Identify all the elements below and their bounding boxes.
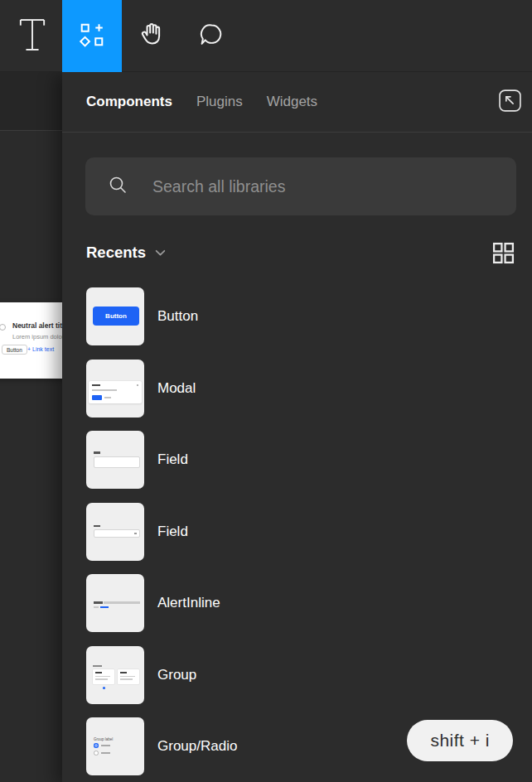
- list-item-modal[interactable]: Modal: [62, 353, 532, 425]
- component-label: Field: [157, 451, 188, 468]
- tab-plugins[interactable]: Plugins: [196, 94, 243, 110]
- alert-link: + Link text: [27, 346, 54, 352]
- list-item-field-2[interactable]: Field: [62, 496, 532, 568]
- thumb-button-preview: Button: [93, 307, 139, 326]
- thumb-field-select: [94, 529, 140, 538]
- top-toolbar: [0, 0, 532, 72]
- group-thumbnail: [86, 646, 144, 704]
- search-icon: [108, 175, 128, 198]
- modal-thumbnail: [86, 360, 144, 418]
- button-thumbnail: Button: [86, 287, 144, 345]
- info-icon: [0, 324, 6, 331]
- components-panel: Components Plugins Widgets Recents: [62, 72, 532, 782]
- hand-tool-button[interactable]: [122, 0, 181, 72]
- components-tool-button[interactable]: [62, 0, 122, 72]
- list-item-field[interactable]: Field: [62, 424, 532, 496]
- thumb-field-input: [94, 456, 140, 468]
- section-header: Recents: [86, 239, 515, 266]
- comment-icon: [198, 22, 225, 51]
- list-item-button[interactable]: Button Button: [62, 281, 532, 353]
- keyboard-shortcut-badge: shift + i: [407, 720, 513, 761]
- search-input[interactable]: [152, 177, 516, 196]
- grid-view-toggle[interactable]: [491, 241, 515, 265]
- radio-selected-icon: [94, 743, 99, 748]
- canvas-area: Neutral alert title Lorem ipsum dolor am…: [0, 72, 62, 782]
- thumb-group-label: Group label: [94, 737, 113, 741]
- component-label: Button: [157, 308, 198, 325]
- chevron-down-icon[interactable]: [155, 249, 166, 257]
- field-thumbnail: [86, 431, 144, 489]
- section-title: Recents: [86, 244, 146, 262]
- components-icon: [79, 22, 105, 51]
- detach-window-icon: [498, 89, 522, 116]
- tab-widgets[interactable]: Widgets: [267, 94, 317, 110]
- component-label: Field: [157, 524, 188, 540]
- list-item-group[interactable]: Group: [62, 640, 532, 712]
- search-bar[interactable]: [85, 157, 516, 215]
- text-tool-icon: [18, 17, 46, 56]
- component-label: Modal: [157, 380, 196, 397]
- thumb-field-label: [94, 525, 100, 528]
- comment-tool-button[interactable]: [181, 0, 241, 72]
- component-label: AlertInline: [157, 595, 220, 611]
- hand-icon: [138, 21, 166, 52]
- component-label: Group: [157, 667, 196, 683]
- alert-button: Button: [2, 345, 27, 355]
- panel-tabs: Components Plugins Widgets: [62, 72, 532, 133]
- field-select-thumbnail: [86, 503, 144, 561]
- tab-components[interactable]: Components: [86, 94, 172, 110]
- thumb-field-label: [94, 451, 100, 454]
- alert-title: Neutral alert title: [12, 321, 68, 330]
- alertinline-thumbnail: [86, 574, 144, 632]
- component-label: Group/Radio: [157, 738, 237, 755]
- canvas-upper-band: [0, 72, 62, 131]
- group-radio-thumbnail: Group label: [86, 717, 144, 775]
- list-item-alertinline[interactable]: AlertInline: [62, 567, 532, 640]
- grid-view-icon: [491, 241, 515, 265]
- open-as-window-button[interactable]: [497, 89, 522, 114]
- radio-unselected-icon: [94, 751, 99, 755]
- text-tool-button[interactable]: [2, 0, 62, 72]
- components-list: Button Button Modal Field: [62, 281, 532, 782]
- thumb-modal-preview: [89, 381, 142, 403]
